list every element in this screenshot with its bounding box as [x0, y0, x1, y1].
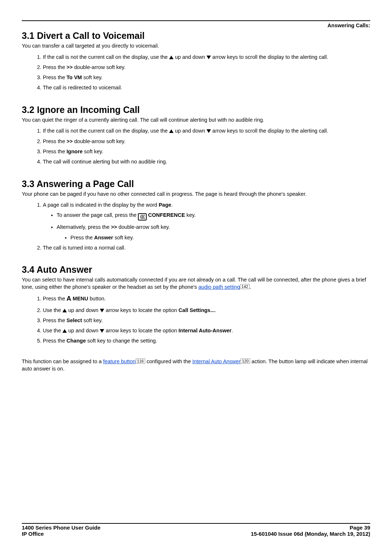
audio-path-setting-link[interactable]: audio path setting [199, 284, 240, 290]
sub-bullet: Press the Answer soft key. [70, 234, 370, 241]
page-ref: 142 [240, 284, 249, 289]
page-ref: 120 [241, 358, 250, 364]
section-3-3-title: 3.3 Answering a Page Call [22, 179, 370, 189]
section-3-2-steps: If the call is not the current call on t… [22, 127, 370, 165]
step: Use the up and down arrow keys to locate… [43, 327, 370, 334]
section-3-1-steps: If the call is not the current call on t… [22, 53, 370, 92]
footer-product: IP Office [22, 531, 44, 537]
arrow-up-icon [169, 129, 173, 133]
step: The call is redirected to voicemail. [43, 84, 370, 91]
section-3-1-title: 3.1 Divert a Call to Voicemail [22, 31, 370, 41]
step: Press the Change soft key to change the … [43, 337, 370, 344]
footer-guide-title: 1400 Series Phone User Guide [22, 524, 101, 531]
section-3-3-intro: Your phone can be paged if you have no o… [22, 191, 370, 198]
section-3-3-steps: A page call is indicated in the display … [22, 201, 370, 251]
step: Use the up and down arrow keys to locate… [43, 307, 370, 314]
step: Press the To VM soft key. [43, 74, 370, 81]
internal-auto-answer-link[interactable]: Internal Auto Answer [192, 358, 241, 364]
step: A page call is indicated in the display … [43, 201, 370, 241]
menu-icon: A [66, 294, 71, 303]
section-3-4-title: 3.4 Auto Answer [22, 264, 370, 275]
section-3-4-intro: You can select to have internal calls au… [22, 276, 370, 291]
conference-icon: ⟨⟨⟨ [138, 213, 147, 220]
page-ref: 116 [136, 358, 145, 364]
section-3-2-intro: You can quiet the ringer of a currently … [22, 117, 370, 124]
step: Press the Select soft key. [43, 317, 370, 324]
bullet: To answer the page call, press the ⟨⟨⟨ C… [57, 211, 370, 220]
header-category: Answering Calls: [22, 23, 370, 28]
bullet: Alternatively, press the >> double-arrow… [57, 223, 370, 241]
section-3-4-steps: Press the A MENU button. Use the up and … [22, 294, 370, 344]
arrow-down-icon [100, 329, 104, 333]
step: If the call is not the current call on t… [43, 127, 370, 134]
page-footer: 1400 Series Phone User Guide Page 39 IP … [22, 523, 370, 537]
step: The call is turned into a normal call. [43, 244, 370, 251]
feature-button-link[interactable]: feature button [103, 358, 136, 364]
arrow-down-icon [100, 309, 104, 312]
arrow-up-icon [169, 56, 173, 59]
step: Press the A MENU button. [43, 294, 370, 303]
step: Press the >> double-arrow soft key. [43, 138, 370, 145]
step: Press the >> double-arrow soft key. [43, 64, 370, 71]
section-3-4-note: This function can be assigned to a featu… [22, 358, 370, 373]
arrow-up-icon [62, 329, 67, 333]
section-3-2-title: 3.2 Ignore an Incoming Call [22, 105, 370, 115]
arrow-up-icon [62, 309, 67, 312]
footer-page-number: Page 39 [350, 524, 370, 531]
footer-issue: 15-601040 Issue 06d (Monday, March 19, 2… [251, 531, 370, 537]
step: The call will continue alerting but with… [43, 158, 370, 165]
arrow-down-icon [207, 129, 211, 133]
arrow-down-icon [207, 56, 211, 59]
step: Press the Ignore soft key. [43, 148, 370, 155]
section-3-1-intro: You can transfer a call targeted at you … [22, 42, 370, 50]
header-rule [22, 20, 370, 21]
step: If the call is not the current call on t… [43, 53, 370, 61]
